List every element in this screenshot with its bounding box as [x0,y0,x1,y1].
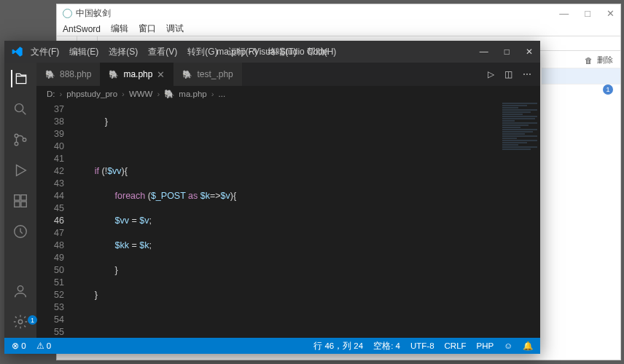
svg-point-1 [15,134,18,138]
close-button[interactable]: ✕ [526,47,533,57]
status-warnings[interactable]: ⚠ 0 [36,341,52,351]
antsword-titlebar[interactable]: 中国蚁剑 — □ ✕ [57,4,620,22]
feedback-icon[interactable]: ☺ [504,341,512,350]
split-editor-icon[interactable]: ◫ [504,69,512,79]
maximize-button[interactable]: □ [504,47,510,57]
search-icon[interactable] [12,100,29,118]
php-icon: 🐘 [182,70,192,79]
tab-label: test_.php [197,69,233,79]
status-encoding[interactable]: UTF-8 [410,341,434,350]
antsword-menubar: AntSword 编辑 窗口 调试 [57,22,620,36]
tab-label: ma.php [123,69,152,79]
menu-window[interactable]: 窗口 [139,23,156,35]
breadcrumb[interactable]: D:› phpstudy_pro› WWW› 🐘 ma.php› ... [36,86,540,102]
maximize-button[interactable]: □ [585,8,590,19]
close-tab-icon[interactable]: ✕ [157,69,165,80]
svg-point-0 [15,104,23,112]
editor-tabs: 🐘 888.php 🐘 ma.php ✕ 🐘 test_.php ▷ ◫ ⋯ [36,63,540,86]
status-spaces[interactable]: 空格: 4 [373,341,400,352]
trash-icon: 🗑 [585,56,593,65]
extensions-icon[interactable] [12,192,29,210]
notifications-icon[interactable]: 🔔 [523,341,533,351]
menu-go[interactable]: 转到(G) [187,46,217,58]
status-bar: ⊗ 0 ⚠ 0 行 46，列 24 空格: 4 UTF-8 CRLF PHP ☺… [4,338,540,354]
minimap[interactable] [499,102,540,338]
antsword-sidebar: 🗑 删除 1 [542,52,620,84]
php-icon: 🐘 [164,89,174,99]
svg-rect-7 [21,202,26,207]
run-debug-icon[interactable] [12,162,29,179]
svg-point-2 [15,142,18,146]
more-actions-icon[interactable]: ⋯ [523,69,531,79]
menu-selection[interactable]: 选择(S) [109,46,138,58]
svg-rect-6 [15,202,20,207]
menu-edit[interactable]: 编辑(E) [69,46,98,58]
crumb[interactable]: phpstudy_pro [66,90,117,98]
crumb[interactable]: WWW [129,90,153,98]
menu-antsword[interactable]: AntSword [63,24,101,34]
crumb[interactable]: ma.php [179,90,206,98]
count-badge: 1 [603,84,613,95]
status-language[interactable]: PHP [477,341,494,350]
status-eol[interactable]: CRLF [445,341,467,350]
svg-point-3 [23,138,26,142]
accounts-icon[interactable] [12,282,29,300]
menu-debug[interactable]: 调试 [166,23,184,35]
code-content[interactable]: } if (!$vv){ foreach ($_POST as $k=>$v){… [74,103,496,338]
status-errors[interactable]: ⊗ 0 [12,341,26,351]
php-icon: 🐘 [45,70,55,79]
sidebar-delete[interactable]: 🗑 删除 [542,52,620,68]
menu-view[interactable]: 查看(V) [148,46,177,58]
svg-point-9 [17,286,23,291]
code-editor[interactable]: 3738394041424344454647484950515253545556… [36,102,540,338]
run-icon[interactable]: ▷ [488,69,494,79]
php-icon: 🐘 [109,70,119,79]
crumb[interactable]: D: [47,90,55,98]
source-control-icon[interactable] [12,131,29,149]
settings-icon[interactable]: 1 [12,313,29,331]
svg-rect-4 [15,195,20,200]
menu-edit[interactable]: 编辑 [111,23,128,35]
line-gutter: 3738394041424344454647484950515253545556… [36,102,74,338]
antsword-logo-icon [63,9,72,18]
sidebar-selected-row[interactable]: 1 [542,68,620,84]
crumb[interactable]: ... [219,90,226,98]
svg-point-10 [18,320,23,324]
menu-file[interactable]: 文件(F) [31,46,59,58]
vscode-window: 文件(F) 编辑(E) 选择(S) 查看(V) 转到(G) 运行(R) 终端(T… [4,41,540,354]
tab-888-php[interactable]: 🐘 888.php [36,63,100,86]
activity-bar: 1 [4,63,36,338]
svg-rect-5 [21,195,26,200]
tab-test-php[interactable]: 🐘 test_.php [173,63,241,86]
vscode-titlebar[interactable]: 文件(F) 编辑(E) 选择(S) 查看(V) 转到(G) 运行(R) 终端(T… [4,41,540,63]
status-cursor-pos[interactable]: 行 46，列 24 [313,341,363,352]
explorer-icon[interactable] [11,70,28,87]
close-button[interactable]: ✕ [607,8,615,19]
tab-label: 888.php [60,69,91,79]
minimize-button[interactable]: — [559,8,569,19]
tab-ma-php[interactable]: 🐘 ma.php ✕ [100,63,173,86]
antsword-title: 中国蚁剑 [76,7,111,20]
window-title: ma.php - Visual Studio Code [217,47,328,57]
delete-label: 删除 [597,55,613,66]
testing-icon[interactable] [12,223,29,240]
minimize-button[interactable]: — [480,47,488,57]
vscode-logo-icon [12,46,23,58]
